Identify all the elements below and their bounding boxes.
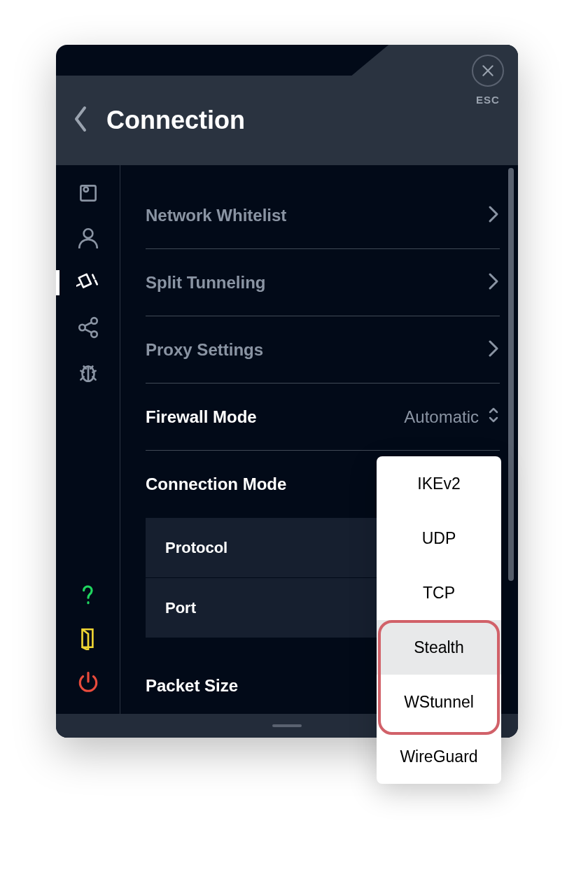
setting-split-tunneling[interactable]: Split Tunneling [146,249,500,316]
power-icon [76,670,100,694]
svg-point-1 [83,188,88,192]
sidebar-item-help[interactable] [76,582,101,607]
chevron-right-icon [487,204,500,227]
setting-label: Split Tunneling [146,273,266,293]
share-icon [76,316,100,339]
setting-proxy-settings[interactable]: Proxy Settings [146,316,500,384]
setting-value: Automatic [404,407,500,428]
setting-label: Firewall Mode [146,407,257,427]
dropdown-item-udp[interactable]: UDP [377,511,501,565]
svg-point-2 [83,229,92,238]
sidebar-item-logout[interactable] [76,626,101,651]
close-button[interactable] [472,55,504,87]
chevron-left-icon [71,105,90,133]
sidebar-item-connection[interactable] [76,270,101,295]
back-button[interactable] [71,105,90,136]
setting-label: Connection Mode [146,474,286,494]
esc-label: ESC [476,94,500,106]
page-title: Connection [106,106,245,135]
dropdown-item-wireguard[interactable]: WireGuard [377,729,501,784]
user-icon [76,226,100,250]
exit-icon [76,626,100,650]
port-label: Port [165,599,196,617]
dropdown-item-stealth[interactable]: Stealth [377,620,501,675]
scrollbar[interactable] [508,168,514,581]
drag-handle[interactable] [272,724,302,727]
close-area: ESC [472,55,504,106]
header: ESC Connection [56,45,518,165]
setting-label: Proxy Settings [146,340,263,360]
close-icon [481,64,495,78]
updown-icon [487,407,500,428]
sidebar-item-share[interactable] [76,315,101,340]
firewall-mode-value: Automatic [404,407,479,427]
sidebar-item-account[interactable] [76,225,101,251]
protocol-dropdown: IKEv2 UDP TCP Stealth WStunnel WireGuard [377,456,501,784]
sidebar-item-debug[interactable] [76,360,101,385]
setting-label: Network Whitelist [146,206,286,225]
sidebar [56,165,120,714]
general-icon [76,181,100,205]
setting-label: Packet Size [146,676,238,696]
dropdown-item-tcp[interactable]: TCP [377,565,501,620]
help-icon [76,583,100,607]
plug-icon [76,271,100,295]
chevron-right-icon [487,339,500,361]
sidebar-item-power[interactable] [76,669,101,694]
sidebar-item-general[interactable] [76,181,101,206]
dropdown-item-wstunnel[interactable]: WStunnel [377,675,501,729]
sidebar-bottom [76,582,101,714]
header-left: Connection [71,105,245,136]
dropdown-item-ikev2[interactable]: IKEv2 [377,456,501,511]
chevron-right-icon [487,272,500,294]
bug-icon [76,360,100,384]
setting-firewall-mode[interactable]: Firewall Mode Automatic [146,384,500,451]
setting-network-whitelist[interactable]: Network Whitelist [146,182,500,249]
protocol-label: Protocol [165,539,227,557]
